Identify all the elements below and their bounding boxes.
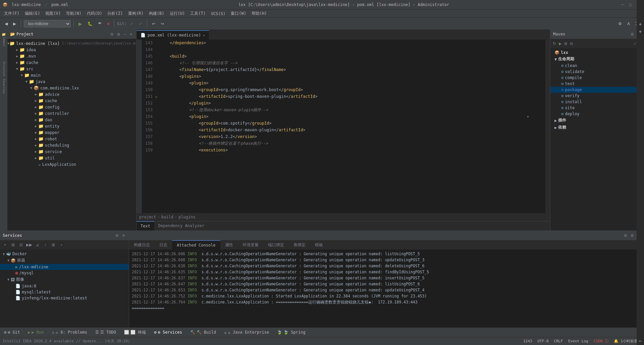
editor-tab-dependency[interactable]: Dependency Analyzer xyxy=(154,221,208,230)
maven-phase-site[interactable]: ⚙ site xyxy=(550,105,644,111)
translate-btn[interactable]: A xyxy=(625,21,632,27)
left-icon-commit[interactable]: Commit xyxy=(0,38,7,45)
menu-view[interactable]: 视图(V) xyxy=(43,10,63,17)
maven-expand-all-btn[interactable]: ⊞ xyxy=(563,41,568,46)
tree-idea[interactable]: ▶ 📁 idea xyxy=(7,47,136,53)
menu-build[interactable]: 构建(B) xyxy=(146,10,167,17)
tree-package[interactable]: ▼ 📦 com.medicine.lxx xyxy=(7,85,136,91)
menu-refactor[interactable]: 重构(R) xyxy=(125,10,146,17)
services-image-mysql[interactable]: ▶ 📄 mysql:latest xyxy=(0,289,129,295)
console-output[interactable]: 2021-12-17 14:46:26.606 INFO s.d.s.w.r.o… xyxy=(129,250,644,328)
encoding-label[interactable]: UTF-8 xyxy=(537,339,548,343)
git-update-btn[interactable]: ✓ xyxy=(128,21,136,27)
tree-scheduling[interactable]: ▶ 📁 scheduling xyxy=(7,142,136,148)
settings-btn[interactable]: ⚙ xyxy=(616,21,624,27)
services-settings-btn[interactable]: ⚙ xyxy=(114,233,120,238)
services-expand-btn[interactable]: ⊞ xyxy=(9,241,17,249)
editor-tab-pomxml[interactable]: 📄 pom.xml (lxx-medicine) ✕ xyxy=(137,30,209,40)
console-scroll-up-btn[interactable]: ▲ xyxy=(637,20,644,27)
debug-button[interactable]: 🐛 xyxy=(86,21,95,27)
breadcrumb-build[interactable]: build xyxy=(161,215,173,219)
panel-settings-btn[interactable]: ⚙ xyxy=(109,32,115,37)
services-new-btn[interactable]: ＋ xyxy=(58,241,65,249)
console-tab-ports[interactable]: 端口绑定 xyxy=(263,240,289,250)
left-icon-favorites[interactable]: Favorites xyxy=(0,83,7,90)
menu-file[interactable]: 文件(F) xyxy=(1,10,22,17)
tree-robot[interactable]: ▶ 📁 robot xyxy=(7,136,136,142)
services-sort-btn[interactable]: ↕ xyxy=(42,241,49,249)
tree-cache-top[interactable]: ▶ 📁 cache xyxy=(7,59,136,66)
run-button[interactable]: ▶ xyxy=(76,20,84,27)
breadcrumb-project[interactable]: project xyxy=(139,215,156,219)
maven-lifecycle-section[interactable]: ▼ 生命周期 xyxy=(550,56,644,63)
menu-help[interactable]: 帮助(H) xyxy=(249,10,270,17)
tree-config[interactable]: ▶ 📁 config xyxy=(7,104,136,110)
event-log-label[interactable]: Event Log xyxy=(568,339,588,343)
maven-phase-compile[interactable]: ⚙ compile xyxy=(550,75,644,81)
git-commit-btn[interactable]: ✓ xyxy=(137,21,144,27)
toolbar-forward-btn[interactable]: ▶ xyxy=(11,21,18,27)
run-tool-btn[interactable]: ▶ ▶ Run xyxy=(26,329,45,335)
breadcrumb-plugins[interactable]: plugins xyxy=(178,215,196,219)
tree-root[interactable]: ▼ 📁 lxx-medicine [lxx] C:\Users\admin\De… xyxy=(7,40,136,47)
tree-dao[interactable]: ▶ 📁 dao xyxy=(7,117,136,123)
services-group-btn[interactable]: ⊞ xyxy=(50,241,57,249)
maven-collapse-all-btn[interactable]: ⊟ xyxy=(569,41,574,46)
console-tab-log[interactable]: 日志 xyxy=(155,240,172,250)
tree-advice[interactable]: ▶ 📁 advice xyxy=(7,91,136,97)
csdn-label[interactable]: CSDN ⓘ xyxy=(594,339,608,344)
services-run-all-btn[interactable]: ▶▶ xyxy=(25,241,33,249)
tree-src[interactable]: ▼ 📁 src xyxy=(7,66,136,72)
tab-close-btn[interactable]: ✕ xyxy=(203,33,205,37)
tree-controller[interactable]: ▶ 📁 controller xyxy=(7,110,136,117)
console-tab-attached[interactable]: Attached Console xyxy=(172,240,220,250)
maven-phase-validate[interactable]: ⚙ validate xyxy=(550,69,644,75)
services-collapse-btn[interactable]: ⊟ xyxy=(17,241,25,249)
editor-scrollbar[interactable] xyxy=(545,40,550,213)
menu-window[interactable]: 窗口(W) xyxy=(228,10,249,17)
toolbar-back-btn[interactable]: ◀ xyxy=(3,21,10,27)
panel-close-btn[interactable]: ✕ xyxy=(128,32,133,37)
git-tool-btn[interactable]: ⚙ ⚙ Git xyxy=(3,329,21,335)
maven-phase-deploy[interactable]: ⚙ deploy xyxy=(550,111,644,117)
console-tab-build-log[interactable]: 构建日志 xyxy=(129,240,155,250)
maven-plugins-section[interactable]: ▶ 插件 xyxy=(550,117,644,124)
tree-lxx-app[interactable]: ▶ ☕ LxxApplication xyxy=(7,161,136,167)
minimize-btn[interactable]: ─ xyxy=(619,2,626,7)
services-image-lxx[interactable]: ▶ 📄 yinfeng/lxx-medicine:latest xyxy=(0,295,129,301)
services-add-btn[interactable]: + xyxy=(1,241,9,249)
menu-analyze[interactable]: 分析(Z) xyxy=(105,10,125,17)
menu-vcs[interactable]: VCS(S) xyxy=(208,11,228,17)
java-enterprise-tool-btn[interactable]: ☕ ☕ Java Enterprise xyxy=(223,329,270,335)
branch-selector[interactable]: lxx-mdlcine xyxy=(24,20,71,27)
tree-util[interactable]: ▶ 📁 util xyxy=(7,155,136,161)
services-container-mysql[interactable]: ▶ ■ /mysql xyxy=(0,270,129,276)
console-gear-btn[interactable]: ⚙ xyxy=(630,233,635,238)
coverage-button[interactable]: ☂ xyxy=(96,21,104,27)
stop-button[interactable]: ■ xyxy=(105,21,111,27)
console-tab-templates[interactable]: 模板 xyxy=(310,240,328,250)
menu-code[interactable]: 代码(O) xyxy=(84,10,105,17)
maven-phase-verify[interactable]: ⚙ verify xyxy=(550,93,644,99)
services-close-btn[interactable]: ✕ xyxy=(121,233,126,238)
menu-edit[interactable]: 编辑(E) xyxy=(22,10,43,17)
services-tool-btn[interactable]: ⚙ ⚙ Services xyxy=(153,329,183,335)
tree-cache-sub[interactable]: ▶ 📁 cache xyxy=(7,97,136,104)
tree-main[interactable]: ▼ 📁 main xyxy=(7,72,136,78)
services-container-lxx[interactable]: ▶ ▶ /lxx-mdlcine xyxy=(0,264,129,270)
line-sep-label[interactable]: CRLF xyxy=(554,339,563,343)
left-icon-structure[interactable]: Structure xyxy=(0,66,7,72)
menu-tools[interactable]: 工具(T) xyxy=(187,10,208,17)
undo-btn[interactable]: ↩ xyxy=(150,21,157,27)
redo-btn[interactable]: ↪ xyxy=(159,21,166,27)
services-docker[interactable]: ▼ 🐳 Docker xyxy=(0,251,129,257)
todo-tool-btn[interactable]: ☰ ☰ TODO xyxy=(94,329,117,335)
console-scroll-down-btn[interactable]: ▼ xyxy=(637,28,644,36)
services-containers[interactable]: ▼ 📦 容器 xyxy=(0,257,129,264)
maven-phase-install[interactable]: ⚙ install xyxy=(550,99,644,105)
console-tab-properties[interactable]: 属性 xyxy=(220,240,238,250)
maven-phase-clean[interactable]: ⚙ clean xyxy=(550,63,644,69)
services-filter-btn[interactable]: ⊿ xyxy=(34,241,41,249)
services-image-java[interactable]: ▶ 📄 java:8 xyxy=(0,283,129,289)
tree-mvn[interactable]: ▶ 📁 .mvn xyxy=(7,53,136,59)
